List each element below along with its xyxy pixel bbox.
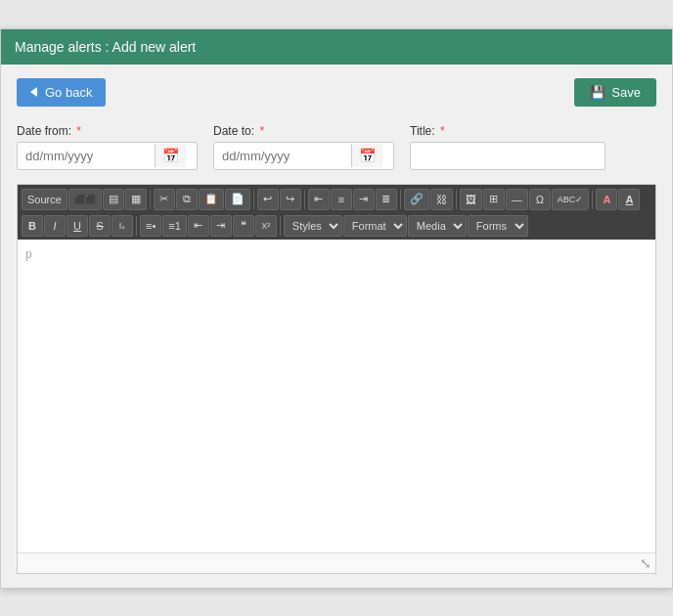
insert-col-button[interactable]: ▦ <box>125 189 147 210</box>
cut-col-button[interactable]: ▤ <box>103 189 124 210</box>
align-center-button[interactable]: ≡ <box>331 189 352 210</box>
sep-4 <box>400 190 401 209</box>
styles-select[interactable]: Styles <box>284 215 342 237</box>
sep-6 <box>592 190 593 209</box>
table-button[interactable]: ⊞ <box>483 189 505 210</box>
bold-button[interactable]: B <box>22 215 43 237</box>
toolbar-row-1: Source ⬛⬛ ▤ ▦ ✂ ⧉ 📋 📄 ↩ ↪ ⇤ ≡ ⇥ ≣ <box>22 189 651 213</box>
sep-2 <box>253 190 254 209</box>
align-left-button[interactable]: ⇤ <box>308 189 330 210</box>
editor-toolbar: Source ⬛⬛ ▤ ▦ ✂ ⧉ 📋 📄 ↩ ↪ ⇤ ≡ ⇥ ≣ <box>18 185 655 240</box>
blocks-button[interactable]: ⬛⬛ <box>68 189 102 210</box>
editor-area[interactable]: p <box>18 240 655 552</box>
title-group: Title: * <box>410 124 606 170</box>
text-color-button[interactable]: A <box>596 189 617 210</box>
title-label: Title: * <box>410 124 606 138</box>
sep-8 <box>280 216 281 236</box>
strikethrough-button[interactable]: S <box>89 215 111 237</box>
copy-button[interactable]: ⧉ <box>176 189 198 210</box>
unlink-button[interactable]: ⛓ <box>430 189 453 210</box>
underline-button[interactable]: U <box>67 215 88 237</box>
image-button[interactable]: 🖼 <box>460 189 482 210</box>
date-from-label: Date from: * <box>17 124 198 138</box>
forms-select[interactable]: Forms <box>468 215 528 237</box>
sep-7 <box>136 216 137 236</box>
align-justify-button[interactable]: ≣ <box>376 189 397 210</box>
superscript-button[interactable]: X² <box>255 215 277 237</box>
hline-button[interactable]: — <box>506 189 528 210</box>
resize-handle[interactable]: ⤡ <box>18 552 655 573</box>
bg-color-button[interactable]: A <box>618 189 640 210</box>
date-from-input-wrapper: 📅 <box>17 142 198 170</box>
editor-container: Source ⬛⬛ ▤ ▦ ✂ ⧉ 📋 📄 ↩ ↪ ⇤ ≡ ⇥ ≣ <box>17 184 656 574</box>
spellcheck-button[interactable]: ABC✓ <box>552 189 590 210</box>
date-from-calendar-icon[interactable]: 📅 <box>155 144 186 167</box>
date-to-group: Date to: * 📅 <box>213 124 394 170</box>
title-input[interactable] <box>410 142 606 170</box>
app-window: Manage alerts : Add new alert Go back 💾 … <box>0 28 673 589</box>
form-row: Date from: * 📅 Date to: * 📅 <box>17 124 656 170</box>
sep-1 <box>150 190 151 209</box>
ordered-list-button[interactable]: ≡1 <box>162 215 187 237</box>
save-icon: 💾 <box>590 85 606 100</box>
paste-button[interactable]: 📋 <box>199 189 224 210</box>
date-from-input[interactable] <box>18 143 155 169</box>
blockquote-button[interactable]: ❝ <box>233 215 254 237</box>
back-button[interactable]: Go back <box>17 78 106 107</box>
align-right-button[interactable]: ⇥ <box>353 189 375 210</box>
format-select[interactable]: Format <box>343 215 407 237</box>
date-from-group: Date from: * 📅 <box>17 124 198 170</box>
date-to-calendar-icon[interactable]: 📅 <box>351 144 382 167</box>
link-button[interactable]: 🔗 <box>404 189 429 210</box>
date-to-label: Date to: * <box>213 124 394 138</box>
media-select[interactable]: Media <box>408 215 467 237</box>
back-arrow-icon <box>30 87 37 97</box>
sep-3 <box>304 190 305 209</box>
indent-button[interactable]: ⇥ <box>210 215 232 237</box>
italic-button[interactable]: I <box>44 215 66 237</box>
save-label: Save <box>611 85 641 100</box>
special-char-button[interactable]: Ω <box>529 189 551 210</box>
title-text: Manage alerts : Add new alert <box>15 39 196 55</box>
redo-button[interactable]: ↪ <box>280 189 301 210</box>
undo-button[interactable]: ↩ <box>257 189 279 210</box>
editor-placeholder: p <box>25 247 32 261</box>
date-to-input[interactable] <box>214 143 351 169</box>
source-button[interactable]: Source <box>22 189 67 210</box>
cut-button[interactable]: ✂ <box>154 189 175 210</box>
unordered-list-button[interactable]: ≡• <box>140 215 161 237</box>
top-actions: Go back 💾 Save <box>17 78 656 107</box>
sep-5 <box>456 190 457 209</box>
back-label: Go back <box>45 85 92 100</box>
save-button[interactable]: 💾 Save <box>574 78 656 107</box>
paste-text-button[interactable]: 📄 <box>225 189 250 210</box>
toolbar-row-2: B I U S Iₓ ≡• ≡1 ⇤ ⇥ ❝ X² Styles <box>22 215 651 240</box>
subscript-button[interactable]: Iₓ <box>112 215 133 237</box>
date-to-input-wrapper: 📅 <box>213 142 394 170</box>
outdent-button[interactable]: ⇤ <box>188 215 209 237</box>
title-bar: Manage alerts : Add new alert <box>1 29 672 65</box>
main-content: Go back 💾 Save Date from: * 📅 <box>1 65 672 588</box>
